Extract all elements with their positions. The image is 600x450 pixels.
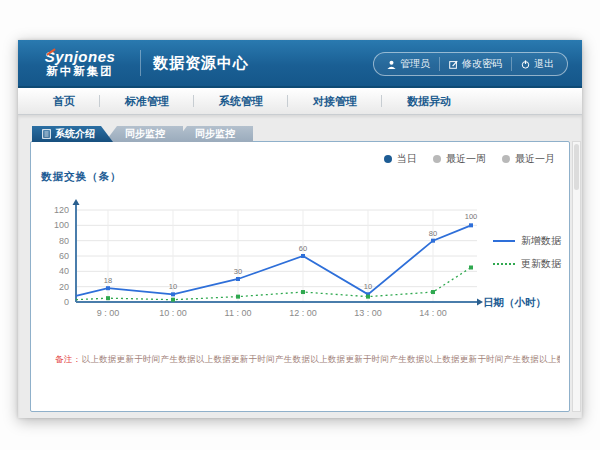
nav-item[interactable]: 数据异动 [382, 88, 476, 114]
svg-text:100: 100 [465, 212, 478, 221]
nav-item[interactable]: 系统管理 [194, 88, 288, 114]
header-divider [140, 50, 141, 76]
legend-item: 更新数据 [493, 257, 561, 271]
svg-text:10: 10 [169, 282, 177, 291]
svg-text:12 : 00: 12 : 00 [289, 308, 317, 318]
svg-text:100: 100 [54, 220, 69, 230]
svg-text:20: 20 [59, 282, 69, 292]
nav-item[interactable]: 标准管理 [100, 88, 194, 114]
logo-synjones: Synjones [32, 49, 128, 65]
legend-swatch [493, 263, 515, 265]
svg-text:18: 18 [104, 276, 112, 285]
tab-label: 同步监控 [195, 126, 235, 142]
nav-item[interactable]: 对接管理 [288, 88, 382, 114]
footnote-text: 以上数据更新于时间产生数据以上数据更新于时间产生数据以上数据更新于时间产生数据以… [81, 354, 560, 364]
chart-legend: 新增数据更新数据 [493, 234, 561, 271]
svg-text:10 : 00: 10 : 00 [159, 308, 187, 318]
svg-text:10: 10 [364, 282, 372, 291]
svg-text:11 : 00: 11 : 00 [225, 308, 252, 318]
legend-label: 更新数据 [521, 257, 561, 271]
footnote-label: 备注： [55, 354, 81, 364]
brand: Synjones 新中新集团 数据资源中心 [18, 49, 249, 77]
user-menu-label: 退出 [534, 57, 554, 71]
svg-text:60: 60 [59, 251, 69, 261]
svg-text:40: 40 [59, 266, 69, 276]
company-logo: Synjones 新中新集团 [32, 49, 128, 77]
svg-text:60: 60 [299, 244, 307, 253]
tab-bar: 系统介绍同步监控同步监控 [32, 126, 245, 142]
tab-inactive[interactable]: 同步监控 [105, 126, 183, 142]
svg-text:14 : 00: 14 : 00 [419, 308, 447, 318]
svg-text:80: 80 [59, 236, 69, 246]
user-menu-edit[interactable]: 修改密码 [439, 57, 511, 71]
line-chart: 0204060801001209 : 0010 : 0011 : 0012 : … [31, 142, 571, 372]
user-menu: 管理员修改密码退出 [373, 52, 568, 76]
document-icon [42, 129, 51, 139]
user-icon [387, 60, 396, 69]
scrollbar-thumb[interactable] [574, 144, 579, 190]
content-panel: 当日最近一周最近一月 数据交换（条） 0204060801001209 : 00… [30, 141, 570, 412]
svg-text:120: 120 [54, 205, 69, 215]
user-menu-user[interactable]: 管理员 [378, 57, 439, 71]
svg-text:0: 0 [64, 297, 69, 307]
app-title: 数据资源中心 [153, 54, 249, 73]
footnote: 备注：以上数据更新于时间产生数据以上数据更新于时间产生数据以上数据更新于时间产生… [55, 354, 560, 366]
edit-icon [449, 60, 458, 69]
logo-chinese: 新中新集团 [32, 65, 128, 77]
user-menu-label: 管理员 [400, 57, 430, 71]
nav-item[interactable]: 首页 [28, 88, 100, 114]
tab-inactive[interactable]: 同步监控 [175, 126, 253, 142]
app-header: Synjones 新中新集团 数据资源中心 管理员修改密码退出 [18, 40, 582, 88]
tab-active[interactable]: 系统介绍 [32, 126, 113, 142]
legend-swatch [493, 240, 515, 242]
tab-label: 系统介绍 [55, 126, 95, 142]
x-axis-title: 日期（小时） [483, 296, 546, 310]
tab-label: 同步监控 [125, 126, 165, 142]
svg-text:80: 80 [429, 229, 437, 238]
vertical-scrollbar[interactable] [572, 141, 581, 412]
svg-text:9 : 00: 9 : 00 [97, 308, 120, 318]
svg-text:30: 30 [234, 267, 242, 276]
user-menu-label: 修改密码 [462, 57, 502, 71]
legend-label: 新增数据 [521, 234, 561, 248]
power-icon [521, 60, 530, 69]
user-menu-power[interactable]: 退出 [511, 57, 563, 71]
legend-item: 新增数据 [493, 234, 561, 248]
page-content: 系统介绍同步监控同步监控 当日最近一周最近一月 数据交换（条） 02040608… [18, 115, 582, 418]
browser-window: Synjones 新中新集团 数据资源中心 管理员修改密码退出 首页标准管理系统… [18, 40, 582, 418]
main-nav: 首页标准管理系统管理对接管理数据异动 [18, 88, 582, 115]
svg-text:13 : 00: 13 : 00 [354, 308, 382, 318]
